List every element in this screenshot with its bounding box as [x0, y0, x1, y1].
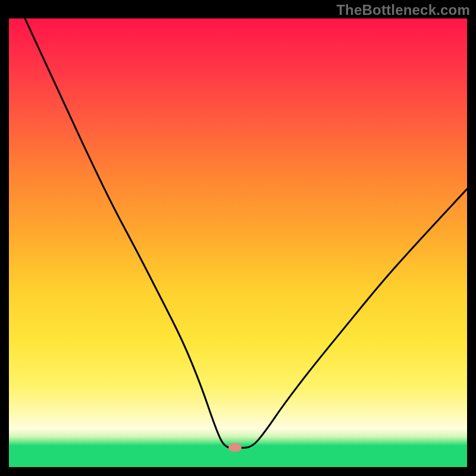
optimum-marker [228, 443, 242, 452]
plot-area [9, 18, 467, 467]
watermark-text: TheBottleneck.com [336, 2, 470, 18]
curve-layer [9, 18, 467, 467]
bottleneck-curve [25, 18, 467, 448]
chart-frame: TheBottleneck.com [0, 0, 476, 476]
